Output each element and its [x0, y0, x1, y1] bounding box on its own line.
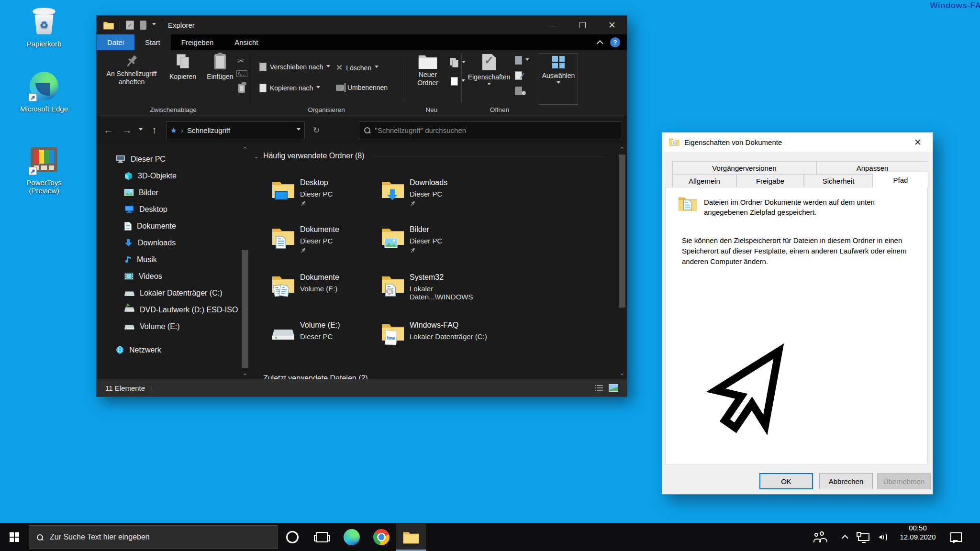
taskbar-chrome-button[interactable]	[367, 523, 396, 551]
tab-freigeben[interactable]: Freigeben	[171, 34, 224, 50]
tab-ansicht[interactable]: Ansicht	[224, 34, 268, 50]
volume-button[interactable]	[877, 523, 887, 551]
tile-dokumente[interactable]: DokumenteDieser PC	[272, 225, 379, 258]
qat-newfolder-icon[interactable]	[140, 21, 146, 30]
sidebar-item-downloads[interactable]: Downloads	[97, 234, 240, 251]
history-button[interactable]	[515, 87, 526, 95]
tab-freigabe[interactable]: Freigabe	[736, 174, 804, 187]
ok-button[interactable]: OK	[759, 473, 813, 489]
tile-bilder[interactable]: BilderDieser PC	[381, 225, 489, 258]
taskbar-edge-button[interactable]	[337, 523, 367, 551]
minimize-button[interactable]: —	[538, 16, 568, 34]
search-box[interactable]: "Schnellzugriff" durchsuchen	[359, 121, 622, 139]
maximize-button[interactable]	[568, 16, 597, 34]
copy-to-button[interactable]: Kopieren nach	[259, 84, 320, 92]
sidebar-item-volume-e[interactable]: Volume (E:)	[97, 318, 240, 335]
collapse-ribbon-icon[interactable]	[597, 40, 603, 47]
tile-windows-faq[interactable]: low Windows-FAQLokaler Datenträger (C:)	[381, 320, 489, 354]
refresh-button[interactable]: ↻	[310, 125, 323, 135]
edit-button[interactable]	[515, 71, 522, 80]
paste-button[interactable]: Einfügen	[203, 54, 237, 81]
move-to-button[interactable]: Verschieben nach	[259, 63, 330, 71]
start-button[interactable]	[0, 523, 29, 551]
section-recent-files[interactable]: ⌄ Zuletzt verwendete Dateien (2)	[254, 374, 368, 379]
collapse-section-icon[interactable]: ⌄	[254, 153, 259, 160]
address-location[interactable]: Schnellzugriff	[187, 126, 230, 134]
desktop-icon-recycle-bin[interactable]: ♻ Papierkorb	[13, 6, 75, 48]
open-button[interactable]	[515, 56, 529, 65]
tab-allgemein[interactable]: Allgemein	[672, 174, 736, 187]
thumbnail-view-button[interactable]	[609, 384, 618, 392]
apply-button[interactable]: Übernehmen	[877, 473, 931, 489]
dialog-close-button[interactable]: ✕	[910, 137, 926, 148]
tab-start[interactable]: Start	[134, 34, 171, 50]
tile-system32[interactable]: System32Lokaler Daten...\WINDOWS	[381, 273, 489, 306]
tile-dokumente-volume-e[interactable]: DokumenteVolume (E:)	[272, 273, 379, 306]
address-dropdown-icon[interactable]	[297, 128, 301, 132]
content-scrollbar[interactable]: ⌃ ⌄	[617, 144, 627, 379]
taskbar-explorer-button[interactable]	[396, 523, 426, 551]
dialog-titlebar[interactable]: Eigenschaften von Dokumente ✕	[662, 132, 933, 152]
sidebar-item-videos[interactable]: Videos	[97, 268, 240, 285]
pin-to-quickaccess-button[interactable]: An Schnellzugriffanheften	[100, 54, 163, 86]
copy-button[interactable]: Kopieren	[164, 54, 202, 81]
back-button[interactable]: ←	[101, 124, 115, 136]
sidebar-item-3d-objekte[interactable]: 3D-Objekte	[97, 167, 240, 184]
navigation-pane: Dieser PC 3D-Objekte Bilder Desktop Doku…	[97, 144, 240, 379]
tile-downloads[interactable]: DownloadsDieser PC	[381, 178, 489, 211]
tab-vorgaengerversionen[interactable]: Vorgängerversionen	[672, 161, 816, 175]
qat-customize-chevron-icon[interactable]	[152, 23, 156, 27]
tile-desktop[interactable]: DesktopDieser PC	[272, 178, 379, 211]
sidebar-scrollbar[interactable]: ⌃ ⌄	[240, 144, 250, 379]
desktop-icon-microsoft-edge[interactable]: ↗ Microsoft Edge	[13, 71, 75, 113]
sidebar-item-musik[interactable]: Musik	[97, 251, 240, 268]
sidebar-item-lokaler-datentraeger-c[interactable]: Lokaler Datenträger (C:)	[97, 285, 240, 301]
details-view-button[interactable]	[595, 384, 604, 392]
sidebar-item-dokumente[interactable]: Dokumente	[97, 218, 240, 234]
tab-pfad[interactable]: Pfad	[873, 172, 928, 187]
new-item-button[interactable]	[451, 77, 465, 86]
sidebar-item-desktop[interactable]: Desktop	[97, 201, 240, 218]
help-icon[interactable]: ?	[610, 37, 620, 47]
delete-button[interactable]: ✕ Löschen	[336, 63, 379, 73]
section-frequent-folders[interactable]: ⌄ Häufig verwendete Ordner (8)	[254, 152, 603, 160]
address-bar[interactable]: ★ › Schnellzugriff	[166, 121, 305, 139]
taskbar-search[interactable]: Zur Suche Text hier eingeben	[29, 525, 278, 549]
action-center-button[interactable]	[950, 523, 962, 551]
desktop-icon-powertoys[interactable]: ↗ PowerToys (Preview)	[13, 144, 75, 195]
select-button[interactable]: Auswählen	[541, 56, 576, 86]
paste-shortcut-button[interactable]	[238, 84, 245, 93]
3d-cube-icon	[124, 172, 133, 180]
easy-access-button[interactable]	[450, 58, 466, 67]
task-view-button[interactable]	[307, 523, 337, 551]
copy-path-button[interactable]: \\…	[236, 70, 247, 77]
people-button[interactable]	[813, 523, 826, 551]
rename-button[interactable]: Umbenennen	[336, 84, 388, 91]
tab-datei[interactable]: Datei	[97, 34, 134, 50]
scroll-up-icon[interactable]: ⌃	[620, 146, 625, 153]
scroll-down-icon[interactable]: ⌄	[243, 369, 248, 376]
network-button[interactable]	[858, 523, 869, 551]
cortana-button[interactable]	[278, 523, 307, 551]
cut-button[interactable]: ✂	[237, 56, 244, 66]
tile-volume-e[interactable]: Volume (E:)Dieser PC	[272, 320, 379, 354]
forward-button[interactable]: →	[120, 124, 134, 136]
qat-properties-icon[interactable]: ✓	[126, 21, 134, 30]
history-chevron-icon[interactable]	[139, 128, 143, 132]
explorer-titlebar[interactable]: ✓ Explorer — ✕	[97, 16, 627, 34]
collapse-section-icon[interactable]: ⌄	[254, 375, 259, 380]
clock[interactable]: 00:50 12.09.2020	[896, 523, 940, 551]
new-folder-button[interactable]: NeuerOrdner	[409, 54, 447, 87]
tab-sicherheit[interactable]: Sicherheit	[804, 174, 873, 187]
properties-button[interactable]: Eigenschaften	[466, 54, 512, 87]
tray-overflow-button[interactable]	[844, 523, 848, 551]
sidebar-item-bilder[interactable]: Bilder	[97, 184, 240, 201]
scroll-down-icon[interactable]: ⌄	[620, 369, 625, 376]
scroll-up-icon[interactable]: ⌃	[243, 146, 248, 153]
sidebar-item-dieser-pc[interactable]: Dieser PC	[97, 151, 240, 167]
sidebar-item-netzwerk[interactable]: Netzwerk	[97, 342, 240, 358]
up-button[interactable]: ↑	[147, 124, 161, 136]
cancel-button[interactable]: Abbrechen	[819, 473, 873, 489]
sidebar-item-dvd-laufwerk-d[interactable]: DVD-Laufwerk (D:) ESD-ISO	[97, 301, 240, 318]
close-button[interactable]: ✕	[597, 16, 627, 34]
